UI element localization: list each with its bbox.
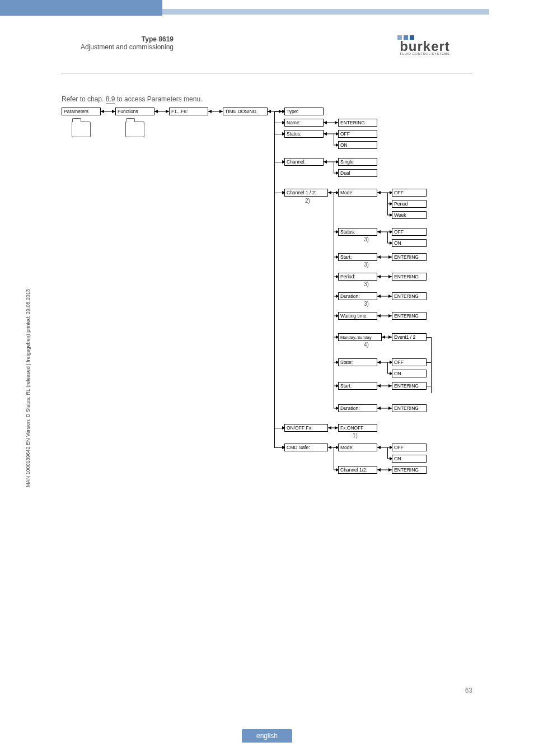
intro-prefix: Refer to chap. (62, 95, 106, 103)
box-functions: Functions (115, 108, 154, 115)
ab-ch12b (377, 470, 392, 554)
top-bar-blue (0, 0, 162, 16)
svg-marker-7 (208, 110, 212, 113)
box-status2-on: ON (392, 239, 427, 247)
menu-diagram: Parameters Functions F1...F6: TIME DOSIN… (62, 108, 487, 472)
box-period: Period: (338, 273, 377, 281)
svg-marker-15 (324, 121, 327, 124)
box-ch12b-ent: ENTERING (392, 466, 427, 474)
header-separator (62, 73, 472, 73)
box-ch12: Channel 1 / 2: (284, 189, 328, 197)
box-state-on: ON (392, 370, 427, 377)
box-cmdsafe: CMD Safe: (284, 444, 328, 451)
ah-cmdsafe (281, 447, 285, 531)
arrow-biconn-3 (208, 111, 223, 112)
box-start-ent: ENTERING (392, 253, 427, 261)
box-period-ent: ENTERING (392, 273, 427, 281)
note-3b: 3) (364, 262, 369, 268)
box-f1f6: F1...F6: (169, 108, 208, 115)
box-name: Name: (284, 119, 324, 127)
box-timedosing: TIME DOSING (223, 108, 268, 115)
box-single: Single (338, 158, 377, 166)
page-footer: english (0, 728, 534, 743)
note-3d: 3) (364, 301, 369, 307)
note-3a: 3) (364, 236, 369, 242)
hln-event-state (427, 362, 431, 363)
box-dual: Dual (338, 169, 377, 177)
box-mode-off: OFF (392, 189, 427, 197)
box-duration-ent: ENTERING (392, 292, 427, 300)
note-3c: 3) (364, 281, 369, 287)
box-fxonoff: Fx:ONOFF (338, 424, 377, 432)
box-dur2-ent: ENTERING (392, 404, 427, 412)
logo: burkert FLUID CONTROL SYSTEMS (394, 35, 456, 55)
box-status2-off: OFF (392, 228, 427, 236)
box-waiting-ent: ENTERING (392, 312, 427, 320)
note-1: 1) (353, 432, 358, 438)
top-bar (0, 0, 534, 16)
vln-event (431, 337, 432, 393)
ah-ch12 (281, 193, 285, 277)
box-mode2-off: OFF (392, 444, 427, 451)
header-title-sub: Adjustment and commissioning (62, 43, 174, 51)
svg-marker-4 (154, 110, 158, 113)
box-ch12b: Channel 1/2: (338, 466, 377, 474)
box-start2: Start: (338, 382, 377, 390)
arrow-biconn-1 (101, 111, 115, 112)
hln-event-start2 (427, 386, 431, 386)
note-4: 4) (364, 342, 369, 348)
page-number: 63 (465, 687, 472, 694)
box-event: Event1 / 2 (392, 333, 427, 341)
box-duration: Duration: (338, 292, 377, 300)
box-mode2: Mode: (338, 444, 377, 451)
box-start2-ent: ENTERING (392, 382, 427, 390)
footer-language: english (242, 729, 292, 743)
ar-ch12b (334, 470, 339, 554)
box-waiting: Waiting time: (338, 312, 377, 320)
page-header: Type 8619 Adjustment and commissioning b… (0, 16, 534, 72)
box-start: Start: (338, 253, 377, 261)
vln-below (334, 337, 334, 393)
svg-marker-1 (101, 110, 104, 113)
hln-event-top (427, 337, 431, 338)
intro-ref: 8.9 (106, 95, 115, 104)
box-mode: Mode: (338, 189, 377, 197)
box-state-off: OFF (392, 358, 427, 366)
intro-suffix: to access Parameters menu. (115, 95, 202, 103)
box-state: State: (338, 358, 377, 366)
box-monsun: Monday..Sunday (338, 333, 382, 341)
box-mode-period: Period (392, 200, 427, 208)
box-mode2-on: ON (392, 455, 427, 463)
box-status-on: ON (338, 141, 377, 149)
logo-subtext: FLUID CONTROL SYSTEMS (394, 52, 456, 55)
vln-ch12b (334, 464, 334, 470)
vln-dur2 (334, 393, 334, 408)
logo-text: burkert (394, 41, 456, 52)
box-name-entering: ENTERING (338, 119, 377, 127)
box-parameters: Parameters (62, 108, 101, 115)
side-meta-text: MAN 1000139642 EN Version: D Status: RL … (25, 289, 31, 487)
header-title-bold: Type 8619 (62, 35, 174, 43)
arrow-biconn-2 (154, 111, 169, 112)
svg-marker-37 (377, 191, 381, 194)
box-duration2: Duration: (338, 404, 377, 412)
top-bar-lightblue (162, 9, 489, 15)
box-type: Type: (284, 108, 324, 115)
folder-icon-2 (125, 122, 144, 137)
box-onofffx: ON/OFF Fx: (284, 424, 328, 432)
page-content: Refer to chap. 8.9 to access Parameters … (62, 95, 472, 756)
svg-marker-97 (328, 426, 331, 430)
box-status2: Status: (338, 228, 377, 236)
header-title: Type 8619 Adjustment and commissioning (62, 35, 174, 51)
note-2: 2) (305, 198, 310, 204)
svg-marker-10 (268, 110, 271, 113)
box-status: Status: (284, 130, 324, 138)
box-channel: Channel: (284, 158, 324, 166)
box-status-off: OFF (338, 130, 377, 138)
box-mode-week: Week (392, 211, 427, 219)
folder-icon-1 (72, 122, 91, 137)
intro-text: Refer to chap. 8.9 to access Parameters … (62, 95, 472, 103)
